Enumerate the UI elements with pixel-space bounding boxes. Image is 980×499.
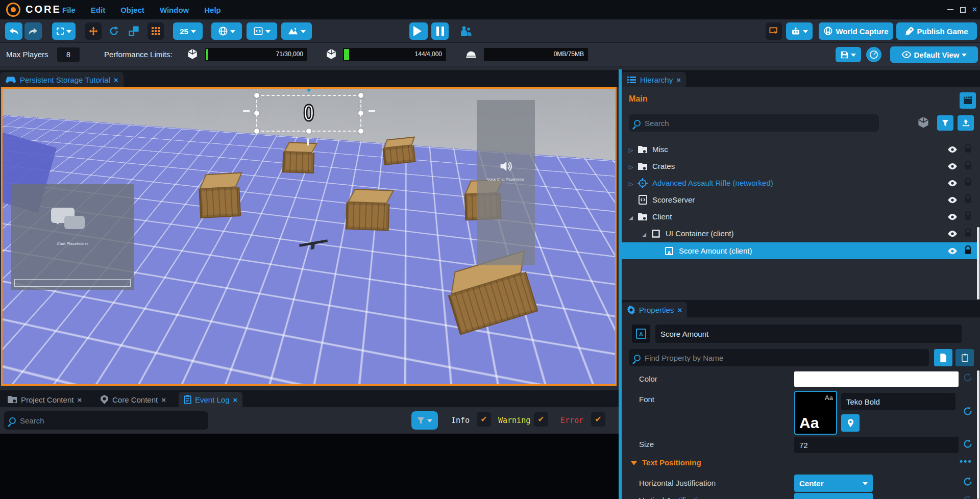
selection-box[interactable]: 0 [256, 95, 361, 132]
reset-size-icon[interactable] [963, 439, 974, 450]
tab-persistent-storage-tutorial[interactable]: Persistent Storage Tutorial × [0, 72, 124, 87]
multiplayer-preview-button[interactable] [457, 22, 475, 40]
play-button[interactable] [409, 22, 428, 40]
reset-h-just-icon[interactable] [963, 477, 974, 488]
expand-caret-icon[interactable] [627, 162, 635, 170]
hierarchy-row-score-amount[interactable]: Score Amount (client) [622, 242, 977, 259]
viewport[interactable]: Chat Placeholder Voice Chat Placeholder … [1, 87, 617, 386]
find-property-input[interactable] [645, 354, 891, 362]
minimize-icon[interactable] [947, 9, 953, 10]
v-justification-dropdown[interactable]: Top [794, 493, 873, 499]
font-preview-thumbnail[interactable]: Aa Aa [794, 391, 837, 435]
properties-scrollbar[interactable] [977, 370, 979, 499]
lock-icon[interactable] [964, 211, 972, 222]
move-tool-button[interactable] [85, 22, 102, 40]
resize-handle[interactable] [254, 111, 259, 116]
hierarchy-row-ui-container[interactable]: UI Container (client) [622, 226, 977, 241]
hierarchy-row-client[interactable]: Client [622, 209, 977, 224]
visibility-eye-icon[interactable] [947, 163, 958, 170]
menu-edit[interactable]: Edit [91, 6, 105, 14]
cinematic-button[interactable] [960, 92, 976, 109]
crate[interactable] [282, 142, 315, 173]
visibility-eye-icon[interactable] [947, 180, 958, 187]
reset-v-just-icon[interactable] [963, 495, 974, 499]
script-editor-dropdown[interactable] [247, 22, 277, 40]
tab-project-content[interactable]: Project Content × [2, 392, 87, 407]
grid-size-dropdown[interactable]: 25 [173, 22, 203, 40]
close-tab-icon[interactable]: × [77, 395, 82, 404]
expand-caret-icon[interactable] [627, 145, 635, 154]
crate[interactable] [382, 137, 416, 165]
save-dropdown[interactable] [836, 47, 861, 62]
world-capture-button[interactable]: World Capture [819, 22, 893, 40]
close-icon[interactable]: × [972, 6, 977, 14]
restore-icon[interactable] [960, 7, 966, 13]
crate[interactable] [198, 172, 241, 218]
resize-handle[interactable] [358, 93, 363, 98]
event-log-search[interactable] [4, 411, 208, 430]
default-view-dropdown[interactable]: Default View [890, 46, 978, 63]
event-log-search-input[interactable] [20, 416, 185, 425]
find-property-search[interactable] [629, 349, 929, 366]
hierarchy-row-misc[interactable]: Misc [622, 141, 977, 157]
section-options-icon[interactable]: ••• [960, 456, 972, 467]
lock-icon[interactable] [964, 228, 972, 239]
h-justification-dropdown[interactable]: Center [794, 475, 873, 492]
tab-core-content[interactable]: Core Content × [95, 392, 171, 407]
world-settings-dropdown[interactable] [211, 22, 242, 40]
tab-hierarchy[interactable]: Hierarchy × [622, 72, 686, 87]
close-tab-icon[interactable]: × [233, 395, 238, 404]
bot-dropdown[interactable] [786, 22, 813, 40]
collapse-caret-icon[interactable] [627, 212, 635, 221]
lock-icon[interactable] [964, 161, 972, 171]
resize-handle[interactable] [358, 111, 363, 116]
visibility-eye-icon[interactable] [947, 196, 958, 204]
warning-filter-checkbox[interactable] [534, 412, 548, 427]
collapse-caret-icon[interactable] [640, 229, 648, 238]
hierarchy-filter-button[interactable] [937, 115, 953, 131]
lock-icon[interactable] [964, 245, 972, 256]
menu-window[interactable]: Window [160, 6, 189, 14]
copy-properties-button[interactable] [934, 349, 952, 366]
visibility-eye-icon[interactable] [947, 213, 958, 220]
template-cube-icon[interactable] [918, 117, 929, 131]
close-tab-icon[interactable]: × [161, 395, 166, 404]
hierarchy-row-crates[interactable]: Crates [622, 158, 977, 174]
grid-snap-button[interactable] [148, 22, 164, 40]
tab-event-log[interactable]: Event Log × [179, 392, 242, 407]
lock-icon[interactable] [964, 144, 972, 155]
menu-file[interactable]: File [62, 6, 76, 14]
hierarchy-search-input[interactable] [645, 119, 849, 128]
hierarchy-row-scoreserver[interactable]: ScoreServer [622, 192, 977, 208]
object-name-input[interactable] [655, 325, 962, 343]
export-button[interactable] [958, 115, 974, 131]
event-log-output[interactable] [0, 434, 619, 499]
tab-properties[interactable]: Properties × [622, 302, 687, 317]
paste-properties-button[interactable] [955, 349, 974, 366]
pause-button[interactable] [431, 22, 449, 40]
performance-gauge-button[interactable] [866, 47, 881, 62]
close-tab-icon[interactable]: × [676, 76, 681, 84]
log-filter-dropdown[interactable] [411, 411, 438, 430]
lock-icon[interactable] [964, 194, 972, 205]
font-picker-button[interactable] [841, 414, 860, 432]
selection-mode-button[interactable] [52, 22, 76, 40]
reset-font-icon[interactable] [963, 406, 974, 417]
expand-caret-icon[interactable] [627, 179, 635, 187]
resize-handle[interactable] [254, 129, 259, 134]
scale-tool-button[interactable] [125, 22, 142, 40]
visibility-eye-icon[interactable] [947, 247, 958, 255]
reset-color-icon[interactable] [963, 372, 974, 384]
section-collapse-icon[interactable] [631, 461, 637, 468]
forward-button[interactable] [24, 22, 42, 40]
hierarchy-scrollbar[interactable] [977, 227, 979, 300]
rotate-tool-button[interactable] [105, 22, 122, 40]
resize-handle[interactable] [254, 93, 259, 98]
resize-handle[interactable] [358, 129, 363, 134]
crate[interactable] [346, 189, 390, 231]
size-input[interactable] [794, 437, 959, 453]
menu-object[interactable]: Object [120, 6, 144, 14]
resize-handle[interactable] [306, 129, 311, 134]
visibility-eye-icon[interactable] [947, 146, 958, 153]
error-filter-checkbox[interactable] [591, 412, 605, 427]
